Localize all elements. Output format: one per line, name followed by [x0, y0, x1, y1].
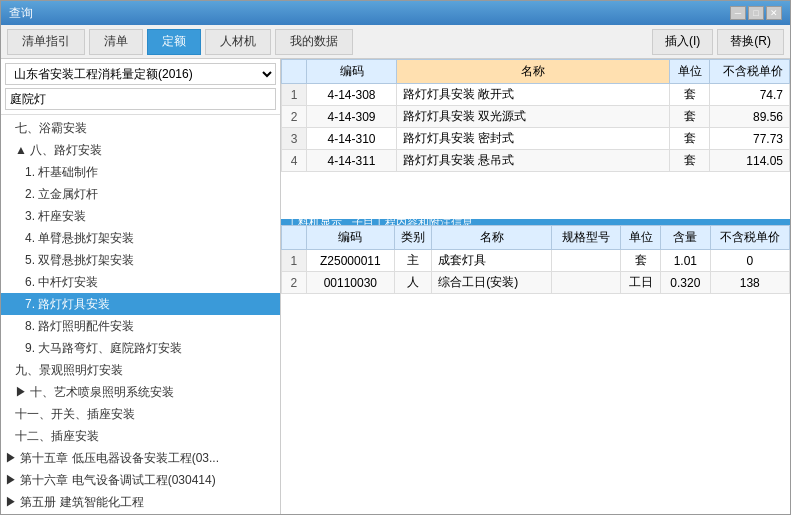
- tree-item-17[interactable]: ▶ 第十六章 电气设备调试工程(030414): [1, 469, 280, 491]
- brow-qty-2: 0.320: [661, 272, 710, 294]
- bth-price: 不含税单价: [710, 226, 789, 250]
- search-input[interactable]: [5, 88, 276, 110]
- bth-type: 类别: [395, 226, 432, 250]
- bth-code: 编码: [306, 226, 395, 250]
- tab-dinge[interactable]: 定额: [147, 29, 201, 55]
- tab-qingdan-zhiyin[interactable]: 清单指引: [7, 29, 85, 55]
- row-price-3: 77.73: [710, 128, 790, 150]
- row-name-3: 路灯灯具安装 密封式: [397, 128, 670, 150]
- tree-item-15[interactable]: 十二、插座安装: [1, 425, 280, 447]
- tab-wode-shuju[interactable]: 我的数据: [275, 29, 353, 55]
- th-num: [282, 60, 307, 84]
- th-name: 名称: [397, 60, 670, 84]
- table-row[interactable]: 2 4-14-309 路灯灯具安装 双光源式 套 89.56: [282, 106, 790, 128]
- table-row[interactable]: 4 4-14-311 路灯灯具安装 悬吊式 套 114.05: [282, 150, 790, 172]
- bottom-table-row[interactable]: 1 Z25000011 主 成套灯具 套 1.01 0: [282, 250, 790, 272]
- brow-code-2: 00110030: [306, 272, 395, 294]
- tree-item-8[interactable]: 6. 中杆灯安装: [1, 271, 280, 293]
- table-row[interactable]: 3 4-14-310 路灯灯具安装 密封式 套 77.73: [282, 128, 790, 150]
- search-box: 山东省安装工程消耗量定额(2016): [1, 59, 280, 115]
- brow-unit-1: 套: [621, 250, 661, 272]
- tree-item-7[interactable]: 5. 双臂悬挑灯架安装: [1, 249, 280, 271]
- quota-table: 编码 名称 单位 不含税单价 1 4-14-308 路灯灯具安装 敞开式: [281, 59, 790, 172]
- brow-code-1: Z25000011: [306, 250, 395, 272]
- brow-spec-2: [552, 272, 621, 294]
- maximize-button[interactable]: □: [748, 6, 764, 20]
- th-price: 不含税单价: [710, 60, 790, 84]
- th-code: 编码: [307, 60, 397, 84]
- th-unit: 单位: [670, 60, 710, 84]
- minimize-button[interactable]: ─: [730, 6, 746, 20]
- left-panel: 山东省安装工程消耗量定额(2016) 七、浴霸安装 ▲ 八、路灯安装 1. 杆基…: [1, 59, 281, 514]
- bottom-table-row[interactable]: 2 00110030 人 综合工日(安装) 工日 0.320 138: [282, 272, 790, 294]
- brow-type-2: 人: [395, 272, 432, 294]
- tree-item-16[interactable]: ▶ 第十五章 低压电器设备安装工程(03...: [1, 447, 280, 469]
- tree-item-19[interactable]: ▶ 第六册 自动化控制仪表安装工程: [1, 513, 280, 514]
- top-table-container[interactable]: 编码 名称 单位 不含税单价 1 4-14-308 路灯灯具安装 敞开式: [281, 59, 790, 219]
- table-row[interactable]: 1 4-14-308 路灯灯具安装 敞开式 套 74.7: [282, 84, 790, 106]
- row-num-1: 1: [282, 84, 307, 106]
- row-code-1: 4-14-308: [307, 84, 397, 106]
- tab-rencaiji[interactable]: 人材机: [205, 29, 271, 55]
- row-num-2: 2: [282, 106, 307, 128]
- tree-item-12[interactable]: 九、景观照明灯安装: [1, 359, 280, 381]
- bth-name: 名称: [432, 226, 552, 250]
- province-dropdown[interactable]: 山东省安装工程消耗量定额(2016): [5, 63, 276, 85]
- insert-button[interactable]: 插入(I): [652, 29, 713, 55]
- row-unit-1: 套: [670, 84, 710, 106]
- tree-item-18[interactable]: ▶ 第五册 建筑智能化工程: [1, 491, 280, 513]
- brow-price-2: 138: [710, 272, 789, 294]
- main-content: 山东省安装工程消耗量定额(2016) 七、浴霸安装 ▲ 八、路灯安装 1. 杆基…: [1, 59, 790, 514]
- bth-num: [282, 226, 307, 250]
- tree-item-11[interactable]: 9. 大马路弯灯、庭院路灯安装: [1, 337, 280, 359]
- materials-table: 编码 类别 名称 规格型号 单位 含量 不含税单价 1: [281, 225, 790, 294]
- row-unit-3: 套: [670, 128, 710, 150]
- row-unit-4: 套: [670, 150, 710, 172]
- brow-num-1: 1: [282, 250, 307, 272]
- brow-name-2: 综合工日(安装): [432, 272, 552, 294]
- tree-item-10[interactable]: 8. 路灯照明配件安装: [1, 315, 280, 337]
- brow-name-1: 成套灯具: [432, 250, 552, 272]
- tree-item-2[interactable]: ▲ 八、路灯安装: [1, 139, 280, 161]
- tree-item-3[interactable]: 1. 杆基础制作: [1, 161, 280, 183]
- brow-num-2: 2: [282, 272, 307, 294]
- row-code-3: 4-14-310: [307, 128, 397, 150]
- toolbar: 清单指引 清单 定额 人材机 我的数据 插入(I) 替换(R): [1, 25, 790, 59]
- tree-item-4[interactable]: 2. 立金属灯杆: [1, 183, 280, 205]
- bottom-table-container[interactable]: 编码 类别 名称 规格型号 单位 含量 不含税单价 1: [281, 225, 790, 514]
- row-price-4: 114.05: [710, 150, 790, 172]
- row-price-1: 74.7: [710, 84, 790, 106]
- window-controls: ─ □ ✕: [730, 6, 782, 20]
- window-title: 查询: [9, 5, 33, 22]
- title-bar: 查询 ─ □ ✕: [1, 1, 790, 25]
- brow-qty-1: 1.01: [661, 250, 710, 272]
- row-name-2: 路灯灯具安装 双光源式: [397, 106, 670, 128]
- tree-item-5[interactable]: 3. 杆座安装: [1, 205, 280, 227]
- tree-item-13[interactable]: ▶ 十、艺术喷泉照明系统安装: [1, 381, 280, 403]
- bth-unit: 单位: [621, 226, 661, 250]
- bth-qty: 含量: [661, 226, 710, 250]
- tree-area: 七、浴霸安装 ▲ 八、路灯安装 1. 杆基础制作 2. 立金属灯杆 3. 杆座安…: [1, 115, 280, 514]
- tree-item-14[interactable]: 十一、开关、插座安装: [1, 403, 280, 425]
- bottom-panel: 编码 类别 名称 规格型号 单位 含量 不含税单价 1: [281, 225, 790, 514]
- tree-item-9[interactable]: 7. 路灯灯具安装: [1, 293, 280, 315]
- row-name-1: 路灯灯具安装 敞开式: [397, 84, 670, 106]
- tab-qingdan[interactable]: 清单: [89, 29, 143, 55]
- main-window: 查询 ─ □ ✕ 清单指引 清单 定额 人材机 我的数据 插入(I) 替换(R)…: [0, 0, 791, 515]
- tree-item-1[interactable]: 七、浴霸安装: [1, 117, 280, 139]
- brow-price-1: 0: [710, 250, 789, 272]
- brow-unit-2: 工日: [621, 272, 661, 294]
- bth-spec: 规格型号: [552, 226, 621, 250]
- row-name-4: 路灯灯具安装 悬吊式: [397, 150, 670, 172]
- close-button[interactable]: ✕: [766, 6, 782, 20]
- row-num-4: 4: [282, 150, 307, 172]
- brow-spec-1: [552, 250, 621, 272]
- row-code-2: 4-14-309: [307, 106, 397, 128]
- right-panel: 编码 名称 单位 不含税单价 1 4-14-308 路灯灯具安装 敞开式: [281, 59, 790, 514]
- tree-item-6[interactable]: 4. 单臂悬挑灯架安装: [1, 227, 280, 249]
- row-code-4: 4-14-311: [307, 150, 397, 172]
- row-num-3: 3: [282, 128, 307, 150]
- row-price-2: 89.56: [710, 106, 790, 128]
- row-unit-2: 套: [670, 106, 710, 128]
- replace-button[interactable]: 替换(R): [717, 29, 784, 55]
